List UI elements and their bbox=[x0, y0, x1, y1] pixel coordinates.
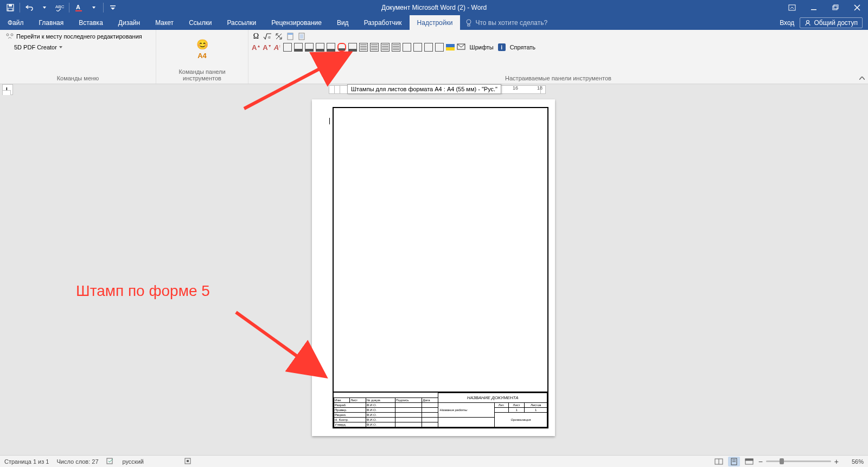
tab-references[interactable]: Ссылки bbox=[181, 15, 219, 30]
maximize-button[interactable] bbox=[825, 0, 846, 15]
save-button[interactable] bbox=[4, 2, 16, 14]
hide-button[interactable]: Спрятать bbox=[508, 43, 538, 52]
svg-text:α: α bbox=[268, 35, 271, 40]
stamp-tool-15[interactable] bbox=[435, 43, 444, 52]
svg-rect-5 bbox=[75, 10, 82, 11]
stamp-tool-7[interactable] bbox=[348, 43, 357, 52]
stamp-col-sign: Подпись bbox=[395, 398, 422, 403]
stamp-col-list: Лист bbox=[350, 398, 366, 403]
stamp-org: Организация bbox=[494, 413, 547, 427]
svg-text:ABC: ABC bbox=[55, 4, 64, 9]
tab-insert[interactable]: Вставка bbox=[71, 15, 111, 30]
zoom-slider[interactable] bbox=[766, 460, 831, 462]
sqrt-icon[interactable]: α bbox=[263, 32, 272, 41]
pdf-creator-button[interactable]: 5D PDF Creator bbox=[3, 43, 65, 52]
svg-rect-7 bbox=[789, 5, 795, 10]
ribbon-display-button[interactable] bbox=[781, 0, 803, 15]
stamp-row-razrab: Разраб. bbox=[334, 403, 366, 408]
tell-me-search[interactable]: Что вы хотите сделать? bbox=[460, 15, 553, 30]
tab-file[interactable]: Файл bbox=[0, 15, 31, 30]
svg-rect-6 bbox=[110, 5, 116, 7]
tab-review[interactable]: Рецензирование bbox=[264, 15, 329, 30]
undo-dropdown[interactable] bbox=[39, 2, 50, 14]
tab-view[interactable]: Вид bbox=[329, 15, 356, 30]
stamp-tool-13[interactable] bbox=[413, 43, 422, 52]
ruler-marker-left: 16 bbox=[513, 85, 518, 91]
envelope-icon[interactable] bbox=[457, 43, 465, 52]
tab-layout[interactable]: Макет bbox=[148, 15, 181, 30]
document-area[interactable]: НАЗВАНИЕ ДОКУМЕНТА Изм. Лист № докум. По… bbox=[0, 95, 868, 455]
page[interactable]: НАЗВАНИЕ ДОКУМЕНТА Изм. Лист № докум. По… bbox=[312, 99, 555, 436]
undo-button[interactable] bbox=[23, 2, 35, 14]
svg-rect-12 bbox=[468, 24, 470, 26]
zoom-level[interactable]: 56% bbox=[842, 458, 864, 465]
qat-customize-button[interactable] bbox=[107, 2, 119, 14]
stamp-tool-11[interactable] bbox=[392, 43, 400, 52]
tab-developer[interactable]: Разработчик bbox=[356, 15, 410, 30]
stamp-tool-1[interactable] bbox=[283, 43, 292, 52]
flag-icon[interactable] bbox=[446, 44, 455, 51]
share-button[interactable]: Общий доступ bbox=[800, 17, 863, 28]
collapse-ribbon-button[interactable] bbox=[859, 74, 865, 81]
tooltip: Штампы для листов формата А4 : А4 (55 мм… bbox=[347, 84, 501, 94]
info-icon[interactable]: i bbox=[498, 43, 506, 51]
stamp-row-nkontr: Н. Контр. bbox=[334, 418, 366, 422]
status-page[interactable]: Страница 1 из 1 bbox=[4, 458, 49, 465]
stamp-col-date: Дата bbox=[422, 398, 438, 403]
stamp-tool-5[interactable] bbox=[327, 43, 335, 52]
status-words[interactable]: Число слов: 27 bbox=[56, 458, 98, 465]
doc-icon-1[interactable] bbox=[286, 32, 295, 41]
a4-icon[interactable]: А4 bbox=[197, 52, 207, 60]
sign-in-link[interactable]: Вход bbox=[780, 19, 794, 27]
spellcheck-button[interactable]: ABC bbox=[54, 2, 66, 14]
smiley-icon[interactable]: 😊 bbox=[196, 39, 208, 51]
stamp-row-recenz: Реценз. bbox=[334, 413, 366, 418]
stamp-tool-6-highlighted[interactable] bbox=[337, 43, 346, 52]
view-web-layout[interactable] bbox=[743, 457, 755, 466]
dropdown-caret-icon bbox=[59, 46, 62, 48]
tab-addins[interactable]: Надстройки bbox=[410, 15, 461, 30]
minimize-button[interactable] bbox=[803, 0, 825, 15]
view-read-mode[interactable] bbox=[713, 457, 725, 466]
fonts-button[interactable]: Шрифты bbox=[468, 43, 496, 52]
spellcheck-status-icon[interactable] bbox=[106, 457, 115, 466]
font-style-icon[interactable]: A↕ bbox=[274, 43, 281, 52]
shrink-font-icon[interactable]: A▼ bbox=[263, 43, 271, 52]
macro-record-icon[interactable] bbox=[184, 457, 192, 466]
window-title: Документ Microsoft Word (2) - Word bbox=[381, 4, 487, 11]
stamp-tool-3[interactable] bbox=[305, 43, 314, 52]
stamp-doc-title: НАЗВАНИЕ ДОКУМЕНТА bbox=[438, 393, 547, 403]
arrows-icon[interactable] bbox=[275, 32, 283, 41]
font-color-dropdown[interactable] bbox=[88, 2, 100, 14]
stamp-tool-10[interactable] bbox=[381, 43, 390, 52]
zoom-in-button[interactable]: + bbox=[834, 457, 839, 466]
doc-icon-2[interactable] bbox=[297, 32, 306, 41]
view-print-layout[interactable] bbox=[728, 457, 740, 466]
omega-icon[interactable]: Ω bbox=[252, 32, 260, 41]
share-label: Общий доступ bbox=[814, 19, 858, 27]
stamp-list-label: Лист bbox=[508, 403, 525, 408]
stamp-col-docnum: № докум. bbox=[366, 398, 395, 403]
zoom-out-button[interactable]: − bbox=[758, 457, 763, 466]
close-button[interactable] bbox=[846, 0, 868, 15]
svg-rect-8 bbox=[811, 9, 816, 10]
window-controls bbox=[781, 0, 868, 15]
stamp-tool-4[interactable] bbox=[316, 43, 324, 52]
grow-font-icon[interactable]: A▲ bbox=[252, 43, 260, 52]
tab-home[interactable]: Главная bbox=[31, 15, 72, 30]
tab-design[interactable]: Дизайн bbox=[111, 15, 148, 30]
goto-icon bbox=[5, 32, 14, 41]
group-label-custom: Настраиваемые панели инструментов bbox=[252, 74, 865, 84]
goto-last-edit-button[interactable]: Перейти к месту последнего редактировани… bbox=[3, 31, 144, 42]
tab-mailings[interactable]: Рассылки bbox=[219, 15, 264, 30]
stamp-tool-2[interactable] bbox=[294, 43, 303, 52]
ribbon-tabs: Файл Главная Вставка Дизайн Макет Ссылки… bbox=[0, 15, 868, 30]
font-color-button[interactable]: A bbox=[73, 2, 85, 14]
status-language[interactable]: русский bbox=[123, 458, 144, 465]
stamp-tool-8[interactable] bbox=[359, 43, 368, 52]
ruler-marker-right: 18 bbox=[537, 85, 542, 91]
stamp-tool-14[interactable] bbox=[424, 43, 433, 52]
stamp-tool-12[interactable] bbox=[403, 43, 411, 52]
ruler-row: L Штампы для листов формата А4 : А4 (55 … bbox=[0, 84, 868, 95]
stamp-tool-9[interactable] bbox=[370, 43, 379, 52]
